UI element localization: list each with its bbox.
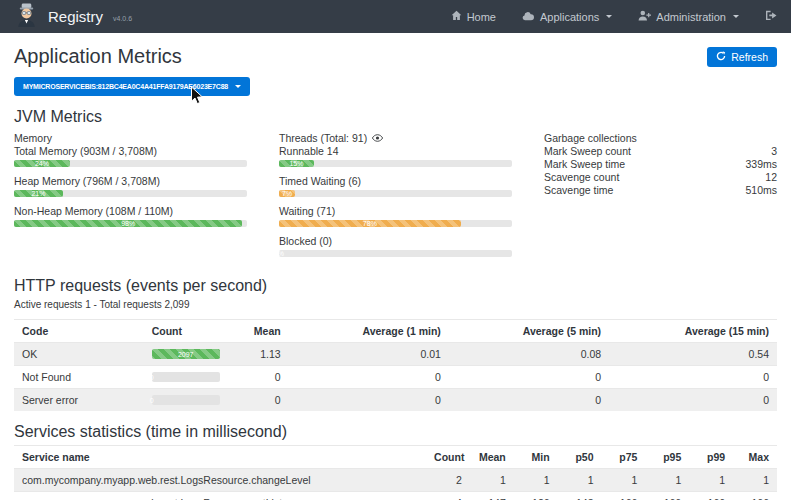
progress-track: 0% — [279, 250, 512, 257]
http-count-cell: 0 — [144, 389, 220, 412]
chevron-down-icon — [606, 15, 612, 18]
service-mean: 147 — [470, 492, 514, 500]
gc-value: 510ms — [745, 184, 777, 196]
metric-label: Blocked (0) — [279, 235, 512, 247]
metric-label: Heap Memory (796M / 3,708M) — [14, 175, 247, 187]
service-min: 1 — [514, 469, 558, 492]
progress-track: 24% — [14, 160, 247, 167]
brand[interactable]: Registry v4.0.6 — [14, 2, 132, 31]
service-p95: 1 — [645, 469, 689, 492]
col-p99: p99 — [689, 446, 733, 469]
http-requests-table: Code Count Mean Average (1 min) Average … — [14, 319, 777, 411]
col-avg15: Average (15 min) — [609, 320, 777, 343]
service-min: 126 — [514, 492, 558, 500]
threads-column: Threads (Total: 91) Runnable 14 15% Time… — [279, 132, 512, 265]
progress-value: 0% — [274, 250, 284, 257]
metric-total-memory: Total Memory (903M / 3,708M) 24% — [14, 145, 247, 167]
http-avg1: 0 — [289, 366, 449, 389]
col-count: Count — [426, 446, 470, 469]
progress-value: 24% — [35, 160, 49, 167]
http-code: Not Found — [14, 366, 144, 389]
refresh-button[interactable]: Refresh — [707, 47, 777, 67]
progress-value: 15% — [289, 160, 303, 167]
nav-applications[interactable]: Applications — [522, 11, 612, 23]
instance-selector-dropdown[interactable]: MYMICROSERVICEBIS:812BC4EA0C4A41FFA9179A… — [14, 77, 250, 96]
progress-track: 21% — [14, 190, 247, 197]
service-name: com.mycompany.myapp.web.rest.LogsResourc… — [14, 492, 426, 500]
col-mean: Mean — [470, 446, 514, 469]
http-count-cell: 0 — [144, 366, 220, 389]
nav-administration[interactable]: Administration — [638, 10, 739, 23]
table-row: com.mycompany.myapp.web.rest.LogsResourc… — [14, 492, 777, 500]
col-avg5: Average (5 min) — [449, 320, 609, 343]
main-content: Application Metrics Refresh MYMICROSERVI… — [0, 33, 791, 500]
table-row: Server error 0 0 0 0 0 — [14, 389, 777, 412]
user-plus-icon — [638, 10, 651, 23]
col-mean: Mean — [220, 320, 289, 343]
progress-track: 15% — [279, 160, 512, 167]
col-service-name: Service name — [14, 446, 426, 469]
count-bar-track: 0 — [152, 372, 220, 382]
metric-label: Waiting (71) — [279, 205, 512, 217]
progress-track: 98% — [14, 220, 247, 227]
eye-icon[interactable] — [372, 132, 383, 144]
refresh-icon — [716, 51, 726, 63]
logout-button[interactable] — [765, 10, 777, 23]
col-max: Max — [733, 446, 777, 469]
metric-heap-memory: Heap Memory (796M / 3,708M) 21% — [14, 175, 247, 197]
table-header-row: Service name Count Mean Min p50 p75 p95 … — [14, 446, 777, 469]
nav-home[interactable]: Home — [451, 10, 496, 23]
progress-value: 7% — [282, 190, 292, 197]
progress-track: 78% — [279, 220, 512, 227]
metric-label: Timed Waiting (6) — [279, 175, 512, 187]
metric-blocked: Blocked (0) 0% — [279, 235, 512, 257]
gc-row: Scavenge count 12 — [544, 171, 777, 183]
cloud-icon — [522, 11, 535, 23]
gc-value: 339ms — [745, 158, 777, 170]
service-p75: 1 — [602, 469, 646, 492]
home-icon — [451, 10, 462, 23]
progress-track: 7% — [279, 190, 512, 197]
count-bar-fill: 2097 — [152, 349, 220, 359]
app-version: v4.0.6 — [113, 15, 132, 22]
metric-nonheap-memory: Non-Heap Memory (108M / 110M) 98% — [14, 205, 247, 227]
gc-heading: Garbage collections — [544, 132, 777, 144]
progress-value: 21% — [31, 190, 45, 197]
service-max: 1 — [733, 469, 777, 492]
count-bar-track: 0 — [152, 395, 220, 405]
http-avg15: 0 — [609, 366, 777, 389]
gc-label: Mark Sweep count — [544, 145, 631, 157]
service-p99: 1 — [689, 469, 733, 492]
service-count: 4 — [426, 492, 470, 500]
metric-timed-waiting: Timed Waiting (6) 7% — [279, 175, 512, 197]
progress-fill: 7% — [279, 190, 295, 197]
col-p75: p75 — [602, 446, 646, 469]
col-p95: p95 — [645, 446, 689, 469]
http-avg15: 0.54 — [609, 343, 777, 366]
service-max: 166 — [733, 492, 777, 500]
http-avg15: 0 — [609, 389, 777, 412]
app-title: Registry — [48, 8, 103, 25]
http-mean: 0 — [220, 366, 289, 389]
progress-value: 78% — [363, 220, 377, 227]
gc-value: 3 — [771, 145, 777, 157]
http-avg1: 0.01 — [289, 343, 449, 366]
memory-column: Memory Total Memory (903M / 3,708M) 24% … — [14, 132, 247, 265]
http-code: OK — [14, 343, 144, 366]
jvm-metrics-row: Memory Total Memory (903M / 3,708M) 24% … — [14, 132, 777, 265]
count-value: 0 — [150, 397, 154, 404]
nav-administration-label: Administration — [656, 11, 726, 23]
navbar: Registry v4.0.6 Home Applications Admini… — [0, 0, 791, 33]
metric-waiting: Waiting (71) 78% — [279, 205, 512, 227]
http-mean: 1.13 — [220, 343, 289, 366]
http-avg5: 0 — [449, 366, 609, 389]
gc-label: Scavenge time — [544, 184, 613, 196]
instance-selector-label: MYMICROSERVICEBIS:812BC4EA0C4A41FFA9179A… — [23, 83, 228, 90]
col-p50: p50 — [558, 446, 602, 469]
col-min: Min — [514, 446, 558, 469]
metric-label: Runnable 14 — [279, 145, 512, 157]
gc-label: Scavenge count — [544, 171, 619, 183]
nav-home-label: Home — [467, 11, 496, 23]
gc-value: 12 — [765, 171, 777, 183]
http-avg1: 0 — [289, 389, 449, 412]
